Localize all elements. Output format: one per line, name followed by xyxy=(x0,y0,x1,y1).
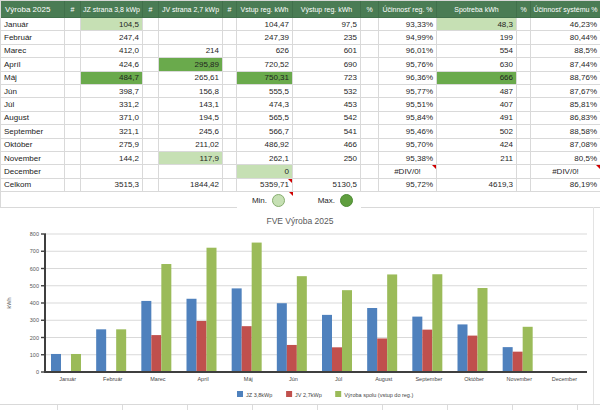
spacer-cell[interactable] xyxy=(143,72,159,85)
row-6-jv-cell[interactable]: 143,1 xyxy=(159,98,223,111)
row-1-vystup-cell[interactable]: 235 xyxy=(293,31,361,44)
column-header-vystup[interactable]: Výstup reg. kWh xyxy=(293,1,361,18)
spacer-cell[interactable] xyxy=(517,112,531,125)
spacer-cell[interactable] xyxy=(361,165,379,178)
row-7-vstup-cell[interactable]: 565,5 xyxy=(237,112,293,125)
bar-series2-month5[interactable] xyxy=(297,276,307,372)
row-2-ucinnost_sys-cell[interactable]: 88,5% xyxy=(531,45,600,58)
bar-series1-month6[interactable] xyxy=(332,347,342,372)
row-11-vstup-cell[interactable]: 0 xyxy=(237,165,293,178)
row-0-spotreba-cell[interactable]: 48,3 xyxy=(437,18,517,31)
spacer-cell[interactable] xyxy=(65,139,81,152)
bar-series2-month7[interactable] xyxy=(387,274,397,372)
row-3-vystup-cell[interactable]: 690 xyxy=(293,58,361,71)
row-7-vystup-cell[interactable]: 542 xyxy=(293,112,361,125)
empty-cell[interactable] xyxy=(437,192,517,208)
row-9-vstup-cell[interactable]: 486,92 xyxy=(237,139,293,152)
column-header-spacer-8[interactable]: % xyxy=(361,1,379,18)
spacer-cell[interactable] xyxy=(361,179,379,192)
total-row-vystup-cell[interactable]: 5130,5 xyxy=(293,179,361,192)
spacer-cell[interactable] xyxy=(65,58,81,71)
bar-series0-month5[interactable] xyxy=(277,303,287,372)
empty-cell[interactable] xyxy=(379,192,437,208)
spacer-cell[interactable] xyxy=(143,179,159,192)
row-9-spotreba-cell[interactable]: 424 xyxy=(437,139,517,152)
bar-series2-month8[interactable] xyxy=(432,274,442,372)
bar-series1-month8[interactable] xyxy=(422,330,432,372)
spacer-cell[interactable] xyxy=(517,165,531,178)
row-2-vystup-cell[interactable]: 601 xyxy=(293,45,361,58)
spacer-cell[interactable] xyxy=(517,125,531,138)
column-header-month[interactable]: Výroba 2025 xyxy=(1,1,65,18)
spacer-cell[interactable] xyxy=(223,45,237,58)
row-9-vystup-cell[interactable]: 466 xyxy=(293,139,361,152)
row-10-ucinnost_reg-cell[interactable]: 95,38% xyxy=(379,152,437,165)
total-row-jz-cell[interactable]: 3515,3 xyxy=(81,179,143,192)
row-0-ucinnost_sys-cell[interactable]: 46,23% xyxy=(531,18,600,31)
total-row-ucinnost_reg-cell[interactable]: 95,72% xyxy=(379,179,437,192)
bar-series0-month2[interactable] xyxy=(141,301,151,372)
column-header-spacer-1[interactable]: # xyxy=(65,1,81,18)
spacer-cell[interactable] xyxy=(517,58,531,71)
row-11-ucinnost_reg-cell[interactable]: #DIV/0! xyxy=(379,165,437,178)
bar-series1-month10[interactable] xyxy=(513,352,523,372)
bar-series2-month10[interactable] xyxy=(523,327,533,372)
row-8-jz-cell[interactable]: 321,1 xyxy=(81,125,143,138)
empty-cell[interactable] xyxy=(223,192,237,208)
row-11-ucinnost_sys-cell[interactable]: #DIV/0! xyxy=(531,165,600,178)
row-10-vstup-cell[interactable]: 262,1 xyxy=(237,152,293,165)
row-6-month-cell[interactable]: Júl xyxy=(1,98,65,111)
total-row-vstup-cell[interactable]: 5359,71 xyxy=(237,179,293,192)
spacer-cell[interactable] xyxy=(143,125,159,138)
spacer-cell[interactable] xyxy=(361,152,379,165)
column-header-vstup[interactable]: Vstup reg. kWh xyxy=(237,1,293,18)
spacer-cell[interactable] xyxy=(143,139,159,152)
column-header-spotreba[interactable]: Spotreba kWh xyxy=(437,1,517,18)
row-11-spotreba-cell[interactable] xyxy=(437,165,517,178)
row-6-spotreba-cell[interactable]: 407 xyxy=(437,98,517,111)
total-row-month-cell[interactable]: Celkom xyxy=(1,179,65,192)
bar-series0-month6[interactable] xyxy=(322,315,332,372)
spacer-cell[interactable] xyxy=(65,152,81,165)
legend-label-series1[interactable]: JV 2,7kWp xyxy=(295,392,322,398)
row-1-ucinnost_sys-cell[interactable]: 80,44% xyxy=(531,31,600,44)
bar-series2-month2[interactable] xyxy=(161,264,171,372)
row-0-jz-cell[interactable]: 104,5 xyxy=(81,18,143,31)
spacer-cell[interactable] xyxy=(65,18,81,31)
empty-cell[interactable] xyxy=(517,192,531,208)
min-indicator-cell[interactable]: Min. xyxy=(237,192,293,208)
spacer-cell[interactable] xyxy=(517,31,531,44)
spacer-cell[interactable] xyxy=(517,85,531,98)
row-5-ucinnost_reg-cell[interactable]: 95,77% xyxy=(379,85,437,98)
row-0-ucinnost_reg-cell[interactable]: 93,33% xyxy=(379,18,437,31)
bar-series1-month4[interactable] xyxy=(242,326,252,372)
row-4-vystup-cell[interactable]: 723 xyxy=(293,72,361,85)
row-9-ucinnost_sys-cell[interactable]: 87,08% xyxy=(531,139,600,152)
bar-series2-month0[interactable] xyxy=(71,354,81,372)
legend-swatch-series1[interactable] xyxy=(286,391,292,397)
bar-series0-month7[interactable] xyxy=(367,308,377,372)
spacer-cell[interactable] xyxy=(65,165,81,178)
bar-series0-month4[interactable] xyxy=(232,288,242,372)
empty-cell[interactable] xyxy=(65,192,81,208)
bar-series1-month3[interactable] xyxy=(197,321,207,372)
empty-cell[interactable] xyxy=(531,192,600,208)
row-2-jz-cell[interactable]: 412,0 xyxy=(81,45,143,58)
row-0-month-cell[interactable]: Január xyxy=(1,18,65,31)
legend-swatch-series2[interactable] xyxy=(335,391,341,397)
bar-series1-month7[interactable] xyxy=(377,338,387,372)
total-row-ucinnost_sys-cell[interactable]: 86,19% xyxy=(531,179,600,192)
row-3-spotreba-cell[interactable]: 630 xyxy=(437,58,517,71)
row-10-jz-cell[interactable]: 144,2 xyxy=(81,152,143,165)
total-row-jv-cell[interactable]: 1844,42 xyxy=(159,179,223,192)
row-5-spotreba-cell[interactable]: 487 xyxy=(437,85,517,98)
bar-series2-month1[interactable] xyxy=(116,329,126,372)
row-3-ucinnost_sys-cell[interactable]: 87,44% xyxy=(531,58,600,71)
bar-series0-month10[interactable] xyxy=(503,347,513,372)
row-4-vstup-cell[interactable]: 750,31 xyxy=(237,72,293,85)
row-8-ucinnost_reg-cell[interactable]: 95,46% xyxy=(379,125,437,138)
row-7-month-cell[interactable]: August xyxy=(1,112,65,125)
row-3-jv-cell[interactable]: 295,89 xyxy=(159,58,223,71)
row-5-vystup-cell[interactable]: 532 xyxy=(293,85,361,98)
row-7-jv-cell[interactable]: 194,5 xyxy=(159,112,223,125)
